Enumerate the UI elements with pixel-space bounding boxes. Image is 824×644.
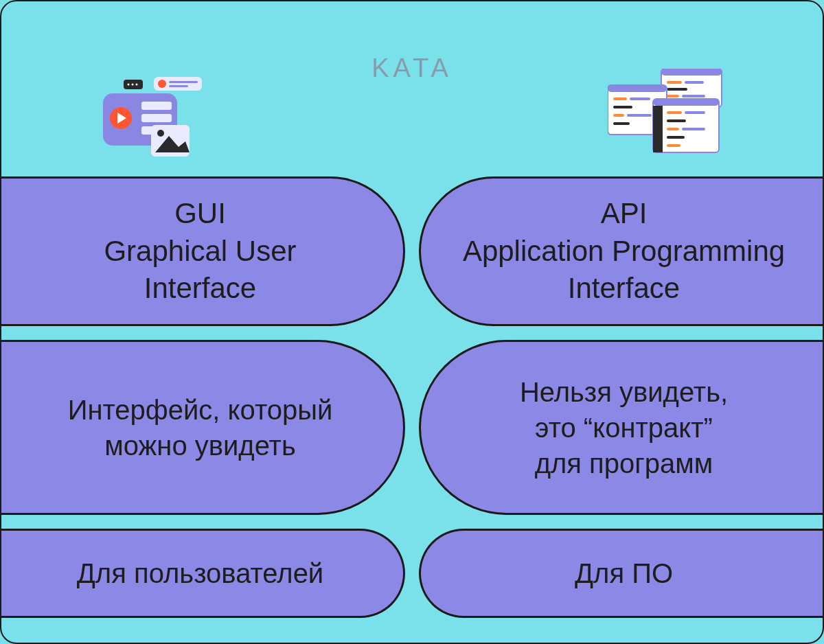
api-column: API Application Programming Interface Не… — [419, 176, 824, 618]
svg-rect-35 — [667, 111, 682, 114]
api-desc-line: Нельзя увидеть, — [520, 374, 728, 410]
api-audience-text: Для ПО — [575, 555, 673, 591]
api-title-line: Interface — [568, 270, 680, 308]
svg-rect-13 — [169, 85, 188, 87]
gui-title-line: Graphical User — [104, 233, 296, 271]
code-windows-icon — [608, 69, 724, 161]
gui-desc-line: Интерфейс, который — [68, 392, 333, 428]
svg-rect-32 — [653, 99, 719, 152]
svg-rect-25 — [608, 85, 667, 92]
media-icon — [103, 77, 206, 162]
svg-rect-7 — [141, 102, 172, 110]
gui-audience-pill: Для пользователей — [0, 529, 405, 618]
svg-rect-28 — [613, 106, 632, 108]
svg-point-3 — [136, 84, 138, 86]
gui-desc-line: можно увидеть — [104, 428, 296, 463]
api-desc-line: это “контракт” — [535, 410, 713, 446]
svg-rect-33 — [653, 99, 719, 106]
svg-point-16 — [157, 130, 164, 137]
api-title-line: API — [601, 195, 648, 233]
api-title-line: Application Programming — [463, 233, 785, 271]
api-title-pill: API Application Programming Interface — [419, 176, 824, 326]
svg-rect-38 — [667, 128, 679, 130]
svg-rect-34 — [653, 106, 663, 152]
svg-rect-26 — [613, 97, 627, 100]
svg-rect-37 — [667, 119, 686, 122]
gui-column: GUI Graphical User Interface Интерфейс, … — [0, 176, 405, 618]
svg-rect-12 — [169, 81, 198, 83]
api-desc-pill: Нельзя увидеть, это “контракт” для прогр… — [419, 340, 824, 515]
svg-rect-18 — [661, 69, 722, 76]
api-desc-line: для программ — [535, 446, 713, 481]
svg-rect-8 — [141, 114, 172, 122]
svg-rect-39 — [682, 128, 705, 130]
logo-text: KATA — [371, 54, 453, 83]
gui-desc-pill: Интерфейс, который можно увидеть — [0, 340, 405, 515]
gui-audience-text: Для пользователей — [77, 555, 323, 591]
svg-rect-30 — [627, 114, 652, 117]
svg-rect-19 — [667, 81, 682, 84]
svg-rect-23 — [682, 95, 705, 97]
gui-title-pill: GUI Graphical User Interface — [0, 176, 405, 326]
svg-point-1 — [128, 84, 130, 86]
gui-title-line: GUI — [174, 195, 226, 233]
svg-rect-22 — [667, 95, 679, 97]
svg-rect-36 — [685, 111, 705, 114]
gui-title-line: Interface — [144, 270, 256, 308]
svg-rect-41 — [667, 144, 680, 147]
svg-rect-20 — [685, 81, 704, 84]
comparison-grid: GUI Graphical User Interface Интерфейс, … — [0, 176, 824, 618]
svg-point-2 — [132, 84, 134, 86]
api-audience-pill: Для ПО — [419, 529, 824, 618]
svg-rect-27 — [630, 97, 650, 100]
svg-point-11 — [158, 80, 166, 88]
svg-rect-31 — [613, 122, 630, 125]
svg-rect-29 — [613, 114, 624, 117]
svg-rect-40 — [667, 136, 685, 139]
svg-rect-21 — [667, 88, 687, 91]
